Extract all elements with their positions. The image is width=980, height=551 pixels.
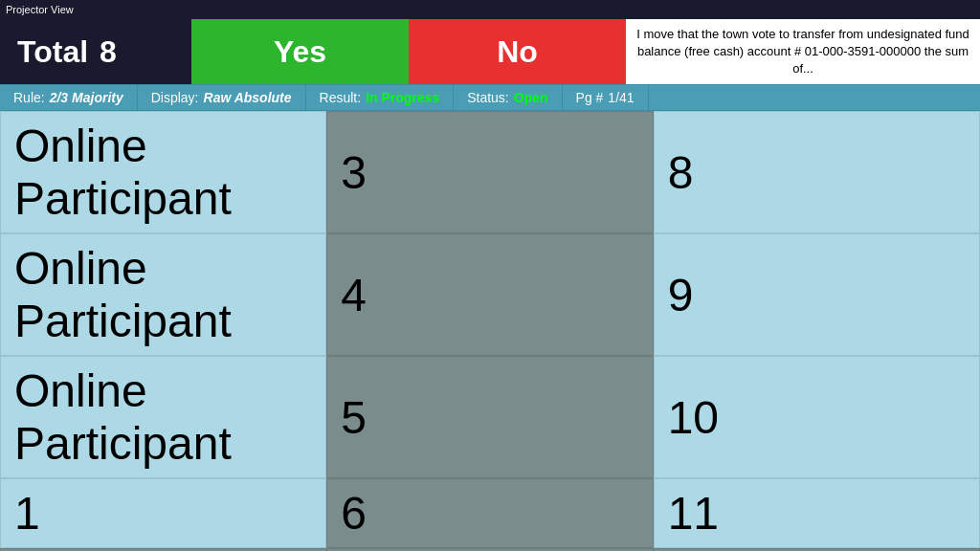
- result-value: In Progress: [366, 90, 439, 105]
- status-value: Open: [514, 90, 548, 105]
- no-label: No: [497, 34, 538, 70]
- status-segment: Status: Open: [454, 85, 562, 110]
- grid-cell-5: 9: [654, 233, 980, 356]
- main-grid: Online Participant38Online Participant49…: [0, 111, 980, 551]
- display-segment: Display: Raw Absolute: [138, 85, 306, 110]
- rule-segment: Rule: 2/3 Majority: [0, 85, 138, 110]
- grid-cell-1: 3: [326, 111, 653, 233]
- rule-value: 2/3 Majority: [50, 90, 123, 105]
- yes-button[interactable]: Yes: [191, 19, 409, 84]
- grid-cell-8: 10: [654, 356, 980, 478]
- page-segment: Pg # 1/41: [563, 85, 649, 110]
- grid-cell-4: 4: [326, 233, 653, 356]
- grid-cell-11: 11: [654, 478, 980, 548]
- page-value: 1/41: [608, 90, 634, 105]
- no-button[interactable]: No: [409, 19, 626, 84]
- title-bar: Projector View: [0, 0, 980, 19]
- total-section: Total 8: [0, 19, 191, 84]
- header-row: Total 8 Yes No I move that the town vote…: [0, 19, 980, 84]
- total-count: 8: [100, 34, 117, 70]
- grid-cell-6: Online Participant: [0, 356, 326, 478]
- grid-cell-0: Online Participant: [0, 111, 326, 233]
- grid-cell-9: 1: [0, 478, 326, 548]
- yes-label: Yes: [274, 34, 326, 70]
- rule-label: Rule:: [13, 90, 45, 105]
- result-label: Result:: [320, 90, 362, 105]
- status-label: Status:: [467, 90, 509, 105]
- title-bar-label: Projector View: [6, 4, 74, 15]
- motion-text: I move that the town vote to transfer fr…: [626, 19, 980, 84]
- display-label: Display:: [151, 90, 199, 105]
- result-segment: Result: In Progress: [306, 85, 455, 110]
- grid-cell-3: Online Participant: [0, 233, 326, 356]
- grid-cell-7: 5: [326, 356, 653, 478]
- total-label: Total: [17, 34, 88, 70]
- grid-cell-2: 8: [654, 111, 980, 233]
- grid-cell-10: 6: [326, 478, 653, 548]
- page-label: Pg #: [576, 90, 604, 105]
- display-value: Raw Absolute: [204, 90, 292, 105]
- info-bar: Rule: 2/3 Majority Display: Raw Absolute…: [0, 84, 980, 111]
